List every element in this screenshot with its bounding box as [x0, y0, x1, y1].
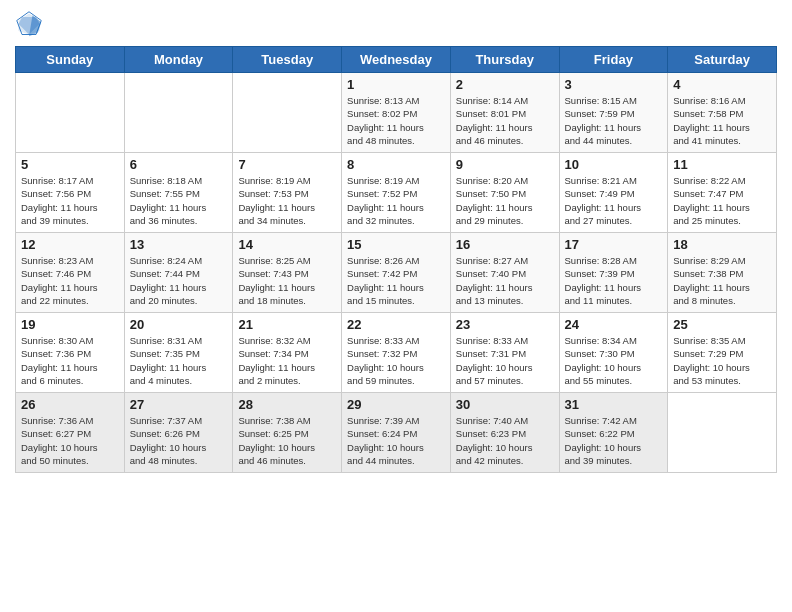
- day-info: Sunrise: 7:42 AM Sunset: 6:22 PM Dayligh…: [565, 414, 663, 467]
- weekday-row: SundayMondayTuesdayWednesdayThursdayFrid…: [16, 47, 777, 73]
- day-number: 12: [21, 237, 119, 252]
- logo: [15, 10, 47, 38]
- day-info: Sunrise: 8:32 AM Sunset: 7:34 PM Dayligh…: [238, 334, 336, 387]
- day-number: 3: [565, 77, 663, 92]
- calendar-week-row: 19Sunrise: 8:30 AM Sunset: 7:36 PM Dayli…: [16, 313, 777, 393]
- weekday-header: Monday: [124, 47, 233, 73]
- day-number: 23: [456, 317, 554, 332]
- day-info: Sunrise: 8:33 AM Sunset: 7:31 PM Dayligh…: [456, 334, 554, 387]
- day-number: 13: [130, 237, 228, 252]
- day-number: 9: [456, 157, 554, 172]
- weekday-header: Wednesday: [342, 47, 451, 73]
- day-info: Sunrise: 8:20 AM Sunset: 7:50 PM Dayligh…: [456, 174, 554, 227]
- calendar-day-cell: 16Sunrise: 8:27 AM Sunset: 7:40 PM Dayli…: [450, 233, 559, 313]
- calendar-day-cell: [16, 73, 125, 153]
- day-number: 22: [347, 317, 445, 332]
- day-number: 7: [238, 157, 336, 172]
- calendar-week-row: 26Sunrise: 7:36 AM Sunset: 6:27 PM Dayli…: [16, 393, 777, 473]
- day-number: 11: [673, 157, 771, 172]
- day-number: 4: [673, 77, 771, 92]
- day-number: 2: [456, 77, 554, 92]
- day-info: Sunrise: 8:15 AM Sunset: 7:59 PM Dayligh…: [565, 94, 663, 147]
- calendar-header: SundayMondayTuesdayWednesdayThursdayFrid…: [16, 47, 777, 73]
- day-number: 31: [565, 397, 663, 412]
- day-number: 1: [347, 77, 445, 92]
- calendar-day-cell: 4Sunrise: 8:16 AM Sunset: 7:58 PM Daylig…: [668, 73, 777, 153]
- day-info: Sunrise: 7:40 AM Sunset: 6:23 PM Dayligh…: [456, 414, 554, 467]
- day-info: Sunrise: 8:19 AM Sunset: 7:53 PM Dayligh…: [238, 174, 336, 227]
- day-info: Sunrise: 7:37 AM Sunset: 6:26 PM Dayligh…: [130, 414, 228, 467]
- day-number: 14: [238, 237, 336, 252]
- calendar-day-cell: 12Sunrise: 8:23 AM Sunset: 7:46 PM Dayli…: [16, 233, 125, 313]
- day-info: Sunrise: 8:35 AM Sunset: 7:29 PM Dayligh…: [673, 334, 771, 387]
- day-info: Sunrise: 8:29 AM Sunset: 7:38 PM Dayligh…: [673, 254, 771, 307]
- weekday-header: Saturday: [668, 47, 777, 73]
- day-number: 27: [130, 397, 228, 412]
- calendar-day-cell: 17Sunrise: 8:28 AM Sunset: 7:39 PM Dayli…: [559, 233, 668, 313]
- calendar-day-cell: 25Sunrise: 8:35 AM Sunset: 7:29 PM Dayli…: [668, 313, 777, 393]
- day-number: 24: [565, 317, 663, 332]
- calendar-day-cell: 5Sunrise: 8:17 AM Sunset: 7:56 PM Daylig…: [16, 153, 125, 233]
- calendar-week-row: 12Sunrise: 8:23 AM Sunset: 7:46 PM Dayli…: [16, 233, 777, 313]
- calendar-day-cell: 29Sunrise: 7:39 AM Sunset: 6:24 PM Dayli…: [342, 393, 451, 473]
- day-info: Sunrise: 8:23 AM Sunset: 7:46 PM Dayligh…: [21, 254, 119, 307]
- calendar-day-cell: 13Sunrise: 8:24 AM Sunset: 7:44 PM Dayli…: [124, 233, 233, 313]
- day-number: 10: [565, 157, 663, 172]
- calendar-table: SundayMondayTuesdayWednesdayThursdayFrid…: [15, 46, 777, 473]
- weekday-header: Sunday: [16, 47, 125, 73]
- calendar-day-cell: 27Sunrise: 7:37 AM Sunset: 6:26 PM Dayli…: [124, 393, 233, 473]
- day-info: Sunrise: 8:24 AM Sunset: 7:44 PM Dayligh…: [130, 254, 228, 307]
- day-info: Sunrise: 8:25 AM Sunset: 7:43 PM Dayligh…: [238, 254, 336, 307]
- calendar-day-cell: 10Sunrise: 8:21 AM Sunset: 7:49 PM Dayli…: [559, 153, 668, 233]
- day-number: 5: [21, 157, 119, 172]
- day-info: Sunrise: 8:17 AM Sunset: 7:56 PM Dayligh…: [21, 174, 119, 227]
- day-number: 6: [130, 157, 228, 172]
- day-number: 21: [238, 317, 336, 332]
- calendar-day-cell: [124, 73, 233, 153]
- day-number: 19: [21, 317, 119, 332]
- day-info: Sunrise: 8:13 AM Sunset: 8:02 PM Dayligh…: [347, 94, 445, 147]
- calendar-day-cell: 11Sunrise: 8:22 AM Sunset: 7:47 PM Dayli…: [668, 153, 777, 233]
- calendar-day-cell: 8Sunrise: 8:19 AM Sunset: 7:52 PM Daylig…: [342, 153, 451, 233]
- calendar-week-row: 1Sunrise: 8:13 AM Sunset: 8:02 PM Daylig…: [16, 73, 777, 153]
- day-info: Sunrise: 7:38 AM Sunset: 6:25 PM Dayligh…: [238, 414, 336, 467]
- header: [15, 10, 777, 38]
- day-info: Sunrise: 8:14 AM Sunset: 8:01 PM Dayligh…: [456, 94, 554, 147]
- calendar-body: 1Sunrise: 8:13 AM Sunset: 8:02 PM Daylig…: [16, 73, 777, 473]
- day-info: Sunrise: 8:27 AM Sunset: 7:40 PM Dayligh…: [456, 254, 554, 307]
- calendar-day-cell: 9Sunrise: 8:20 AM Sunset: 7:50 PM Daylig…: [450, 153, 559, 233]
- day-info: Sunrise: 8:16 AM Sunset: 7:58 PM Dayligh…: [673, 94, 771, 147]
- day-number: 29: [347, 397, 445, 412]
- day-info: Sunrise: 8:18 AM Sunset: 7:55 PM Dayligh…: [130, 174, 228, 227]
- day-number: 18: [673, 237, 771, 252]
- calendar-day-cell: [668, 393, 777, 473]
- day-info: Sunrise: 7:36 AM Sunset: 6:27 PM Dayligh…: [21, 414, 119, 467]
- calendar-day-cell: 30Sunrise: 7:40 AM Sunset: 6:23 PM Dayli…: [450, 393, 559, 473]
- day-info: Sunrise: 8:21 AM Sunset: 7:49 PM Dayligh…: [565, 174, 663, 227]
- calendar-day-cell: 19Sunrise: 8:30 AM Sunset: 7:36 PM Dayli…: [16, 313, 125, 393]
- day-number: 25: [673, 317, 771, 332]
- calendar-day-cell: 6Sunrise: 8:18 AM Sunset: 7:55 PM Daylig…: [124, 153, 233, 233]
- day-info: Sunrise: 8:28 AM Sunset: 7:39 PM Dayligh…: [565, 254, 663, 307]
- day-info: Sunrise: 8:22 AM Sunset: 7:47 PM Dayligh…: [673, 174, 771, 227]
- calendar-day-cell: 28Sunrise: 7:38 AM Sunset: 6:25 PM Dayli…: [233, 393, 342, 473]
- day-number: 28: [238, 397, 336, 412]
- day-number: 26: [21, 397, 119, 412]
- weekday-header: Friday: [559, 47, 668, 73]
- calendar-day-cell: 23Sunrise: 8:33 AM Sunset: 7:31 PM Dayli…: [450, 313, 559, 393]
- calendar-week-row: 5Sunrise: 8:17 AM Sunset: 7:56 PM Daylig…: [16, 153, 777, 233]
- day-number: 8: [347, 157, 445, 172]
- calendar-day-cell: 26Sunrise: 7:36 AM Sunset: 6:27 PM Dayli…: [16, 393, 125, 473]
- day-info: Sunrise: 7:39 AM Sunset: 6:24 PM Dayligh…: [347, 414, 445, 467]
- day-number: 15: [347, 237, 445, 252]
- calendar-day-cell: 1Sunrise: 8:13 AM Sunset: 8:02 PM Daylig…: [342, 73, 451, 153]
- day-info: Sunrise: 8:19 AM Sunset: 7:52 PM Dayligh…: [347, 174, 445, 227]
- calendar-day-cell: 3Sunrise: 8:15 AM Sunset: 7:59 PM Daylig…: [559, 73, 668, 153]
- day-number: 30: [456, 397, 554, 412]
- calendar-day-cell: 20Sunrise: 8:31 AM Sunset: 7:35 PM Dayli…: [124, 313, 233, 393]
- day-info: Sunrise: 8:26 AM Sunset: 7:42 PM Dayligh…: [347, 254, 445, 307]
- day-info: Sunrise: 8:31 AM Sunset: 7:35 PM Dayligh…: [130, 334, 228, 387]
- calendar-day-cell: [233, 73, 342, 153]
- calendar-day-cell: 7Sunrise: 8:19 AM Sunset: 7:53 PM Daylig…: [233, 153, 342, 233]
- logo-icon: [15, 10, 43, 38]
